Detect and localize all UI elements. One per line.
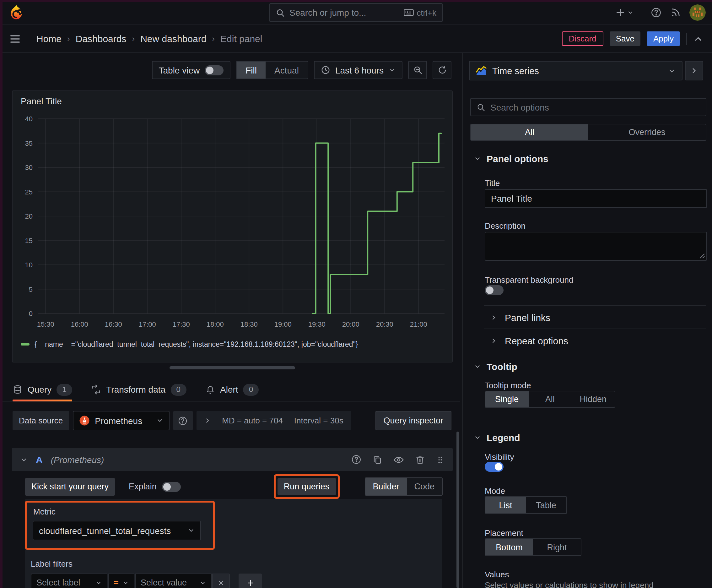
query-row-header[interactable]: A (Prometheus) xyxy=(12,448,453,471)
time-range-picker[interactable]: Last 6 hours xyxy=(314,61,403,79)
legend-placement-bottom[interactable]: Bottom xyxy=(486,539,533,555)
legend-placement-switch: Bottom Right xyxy=(485,538,581,556)
tab-alert[interactable]: Alert 0 xyxy=(205,378,259,401)
tab-query-label: Query xyxy=(28,384,51,395)
chevron-right-icon xyxy=(690,67,698,75)
grafana-logo-icon[interactable] xyxy=(8,4,24,21)
svg-text:20:30: 20:30 xyxy=(376,320,393,328)
discard-button[interactable]: Discard xyxy=(562,31,603,46)
datasource-help-button[interactable] xyxy=(173,411,192,430)
user-avatar[interactable] xyxy=(689,4,706,21)
legend-placement-right[interactable]: Right xyxy=(533,539,581,555)
drag-grip-icon[interactable] xyxy=(436,455,445,465)
panel-title-input[interactable] xyxy=(485,189,707,208)
tab-all[interactable]: All xyxy=(471,124,588,140)
metric-label: Metric xyxy=(33,507,213,517)
section-divider xyxy=(463,354,712,354)
chevron-right-icon xyxy=(490,337,497,344)
svg-text:35: 35 xyxy=(25,140,33,147)
svg-text:20:00: 20:00 xyxy=(342,320,360,328)
fill-actual-switch: Fill Actual xyxy=(236,61,308,79)
tooltip-mode-single[interactable]: Single xyxy=(486,391,528,407)
resize-drag-handle[interactable] xyxy=(170,366,295,370)
zoom-out-button[interactable] xyxy=(408,61,427,79)
duplicate-query-icon[interactable] xyxy=(372,455,382,465)
apply-button[interactable]: Apply xyxy=(647,31,680,46)
delete-query-trash-icon[interactable] xyxy=(415,455,425,465)
visualization-picker[interactable]: Time series xyxy=(469,61,683,80)
label-filters-label: Label filters xyxy=(31,559,442,569)
help-icon[interactable] xyxy=(650,7,662,18)
svg-text:16:00: 16:00 xyxy=(71,320,88,328)
tab-overrides[interactable]: Overrides xyxy=(588,124,706,140)
menu-hamburger-icon[interactable] xyxy=(9,33,21,45)
section-panel-links[interactable]: Panel links xyxy=(463,306,712,329)
svg-text:17:00: 17:00 xyxy=(139,320,156,328)
query-ref-id: A xyxy=(36,454,43,465)
query-options-summary[interactable]: MD = auto = 704 Interval = 30s xyxy=(196,411,351,430)
tooltip-mode-all[interactable]: All xyxy=(528,391,571,407)
datasource-picker[interactable]: Prometheus xyxy=(73,411,169,430)
query-inspector-button[interactable]: Query inspector xyxy=(375,411,451,430)
legend-values-hint: Select values or calculations to show in… xyxy=(485,581,711,588)
chevron-down-icon xyxy=(474,155,481,162)
legend-visibility-toggle[interactable] xyxy=(485,462,503,472)
tab-query-count: 1 xyxy=(57,383,72,396)
code-option[interactable]: Code xyxy=(407,478,442,495)
tooltip-mode-hidden[interactable]: Hidden xyxy=(571,391,615,407)
legend-series-name[interactable]: {__name__="cloudflared_tunnel_total_requ… xyxy=(35,340,358,348)
topbar-divider xyxy=(642,6,642,19)
search-placeholder: Search or jump to... xyxy=(289,7,399,18)
svg-text:21:00: 21:00 xyxy=(410,320,427,328)
tab-query[interactable]: Query 1 xyxy=(13,378,72,401)
time-series-chart[interactable]: 15:3016:0016:3017:0017:3018:0018:3019:00… xyxy=(16,110,450,344)
vertical-scrollbar[interactable] xyxy=(456,432,459,588)
breadcrumb-separator: › xyxy=(212,34,215,43)
transparent-background-toggle[interactable] xyxy=(485,285,503,295)
refresh-button[interactable] xyxy=(433,61,451,79)
section-legend[interactable]: Legend xyxy=(474,432,520,443)
section-panel-options[interactable]: Panel options xyxy=(474,153,548,164)
collapse-up-icon[interactable] xyxy=(693,34,703,44)
select-value-dropdown[interactable]: Select value xyxy=(135,573,212,588)
remove-filter-button[interactable] xyxy=(212,573,230,588)
tab-transform-label: Transform data xyxy=(106,384,166,395)
kick-start-query-button[interactable]: Kick start your query xyxy=(25,478,115,495)
section-repeat-options[interactable]: Repeat options xyxy=(463,329,712,352)
operator-dropdown[interactable]: = xyxy=(108,573,134,588)
chevron-right-icon xyxy=(490,314,497,321)
tab-transform-data[interactable]: Transform data 0 xyxy=(91,378,186,401)
options-search-input[interactable]: Search options xyxy=(470,98,706,116)
breadcrumb-new-dashboard[interactable]: New dashboard xyxy=(140,33,206,44)
breadcrumb-dashboards[interactable]: Dashboards xyxy=(75,33,127,44)
section-tooltip[interactable]: Tooltip xyxy=(474,361,517,372)
run-queries-button[interactable]: Run queries xyxy=(278,478,336,495)
global-search-input[interactable]: Search or jump to... ctrl+k xyxy=(269,3,443,22)
description-textarea[interactable] xyxy=(485,232,707,261)
save-button[interactable]: Save xyxy=(610,31,641,46)
legend-mode-list[interactable]: List xyxy=(486,497,526,513)
breadcrumb-separator: › xyxy=(132,34,135,43)
table-view-toggle[interactable] xyxy=(205,65,223,75)
keyboard-icon xyxy=(404,9,413,16)
news-rss-icon[interactable] xyxy=(670,7,681,18)
query-help-icon[interactable] xyxy=(351,454,362,465)
legend-mode-table[interactable]: Table xyxy=(526,497,566,513)
resize-corner-icon xyxy=(699,253,705,259)
add-filter-button[interactable] xyxy=(239,573,262,588)
metric-select[interactable]: cloudflared_tunnel_total_requests xyxy=(33,521,201,540)
explain-toggle[interactable] xyxy=(162,482,181,491)
builder-option[interactable]: Builder xyxy=(365,478,407,495)
select-label-dropdown[interactable]: Select label xyxy=(31,573,107,588)
actual-option[interactable]: Actual xyxy=(265,62,308,79)
breadcrumb-separator: › xyxy=(67,34,70,43)
add-new-button[interactable] xyxy=(615,7,633,18)
breadcrumb-home[interactable]: Home xyxy=(37,33,62,44)
disable-query-eye-icon[interactable] xyxy=(393,454,404,465)
transparent-background-label: Transparent background xyxy=(485,275,573,285)
chevron-down-icon xyxy=(668,67,675,75)
toggle-viz-picker-button[interactable] xyxy=(685,61,703,80)
fill-option[interactable]: Fill xyxy=(237,62,265,79)
chevron-down-icon xyxy=(188,527,195,534)
chevron-down-icon[interactable] xyxy=(20,456,28,463)
